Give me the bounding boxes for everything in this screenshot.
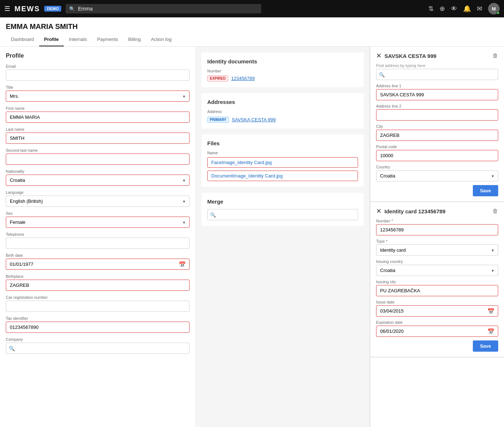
address-value[interactable]: SAVSKA CESTA 999 <box>232 117 276 122</box>
identity-card-save-button[interactable]: Save <box>473 340 498 352</box>
email-group: Email <box>6 64 189 81</box>
city-group: City <box>376 124 498 141</box>
tax-id-field[interactable] <box>6 322 189 333</box>
issue-date-field[interactable] <box>376 305 498 317</box>
tab-internals[interactable]: Internals <box>64 33 92 46</box>
tab-payments[interactable]: Payments <box>92 33 123 46</box>
city-field[interactable] <box>376 130 498 141</box>
expiration-date-calendar-icon[interactable]: 📅 <box>487 328 495 335</box>
address-panel-header: ✕ SAVSKA CESTA 999 🗑 <box>376 52 498 60</box>
tax-id-group: Tax identifier <box>6 316 189 333</box>
birthplace-field[interactable] <box>6 280 189 291</box>
find-address-search-icon: 🔍 <box>379 72 385 78</box>
birthplace-label: Birthplace <box>6 274 189 279</box>
last-name-group: Last name <box>6 127 189 144</box>
title-group: Title Mrs. Mr. Ms. Dr. <box>6 85 189 102</box>
mail-icon[interactable]: ✉ <box>477 5 482 13</box>
demo-badge: DEMO <box>44 6 61 12</box>
tab-billing[interactable]: Billing <box>123 33 146 46</box>
address-line1-field[interactable] <box>376 89 498 100</box>
second-last-name-field[interactable] <box>6 154 189 165</box>
first-name-group: First name <box>6 106 189 123</box>
title-label: Title <box>6 85 189 89</box>
id-type-select-wrapper: Identity card Passport Driving licence <box>376 244 498 256</box>
identity-card-panel-header: ✕ Identity card 123456789 🗑 <box>376 207 498 215</box>
sort-icon[interactable]: ⇅ <box>428 5 434 13</box>
search-input[interactable] <box>78 6 258 12</box>
calendar-icon[interactable]: 📅 <box>179 261 186 268</box>
country-select[interactable]: Croatia <box>376 170 498 181</box>
car-reg-field[interactable] <box>6 301 189 312</box>
birth-date-label: Birth date <box>6 253 189 258</box>
eye-icon[interactable]: 👁 <box>451 5 457 13</box>
birthplace-group: Birthplace <box>6 274 189 291</box>
global-search[interactable]: 🔍 <box>66 4 261 13</box>
expiration-date-field[interactable] <box>376 326 498 337</box>
postal-code-field[interactable] <box>376 150 498 161</box>
country-label: Country <box>376 165 498 169</box>
hamburger-menu[interactable]: ☰ <box>4 5 10 13</box>
tab-profile[interactable]: Profile <box>39 33 64 46</box>
birth-date-field[interactable] <box>6 259 189 270</box>
address-line1-label: Address line 1 <box>376 84 498 88</box>
identity-card-delete-icon[interactable]: 🗑 <box>492 208 498 214</box>
file-item-1[interactable]: FaceImage_Identity Card.jpg <box>207 157 358 168</box>
search-icon: 🔍 <box>69 6 75 12</box>
address-line2-field[interactable] <box>376 109 498 121</box>
find-address-wrap: Find address by typing here 🔍 <box>376 63 498 80</box>
address-panel-title: SAVSKA CESTA 999 <box>384 53 436 59</box>
add-icon[interactable]: ⊕ <box>440 5 445 13</box>
issue-date-wrapper: 📅 <box>376 305 498 317</box>
last-name-field[interactable] <box>6 133 189 144</box>
addresses-title: Addresses <box>207 99 358 105</box>
issuing-country-label: Issuing country <box>376 259 498 264</box>
address-panel-close[interactable]: ✕ <box>376 52 382 60</box>
address-line2-label: Address line 2 <box>376 104 498 108</box>
birth-date-wrapper: 📅 <box>6 259 189 270</box>
identity-card-panel-close[interactable]: ✕ <box>376 207 382 215</box>
bell-icon[interactable]: 🔔 <box>463 5 471 13</box>
address-row: PRIMARY SAVSKA CESTA 999 <box>207 117 358 123</box>
top-navigation: ☰ MEWS DEMO 🔍 ⇅ ⊕ 👁 🔔 ✉ M <box>0 0 504 17</box>
sex-select[interactable]: Female <box>6 217 189 228</box>
issuing-country-select-wrapper: Croatia <box>376 265 498 276</box>
car-reg-label: Car registration number <box>6 295 189 300</box>
company-field[interactable] <box>6 343 189 354</box>
issuing-city-label: Issuing city <box>376 280 498 284</box>
sex-label: Sex <box>6 211 189 215</box>
first-name-field[interactable] <box>6 112 189 123</box>
tab-dashboard[interactable]: Dashboard <box>6 33 39 46</box>
page-header: EMMA MARIA SMITH <box>0 17 504 31</box>
issuing-country-group: Issuing country Croatia <box>376 259 498 276</box>
find-address-input[interactable] <box>376 69 498 80</box>
nationality-select[interactable]: Croatia <box>6 175 189 186</box>
page-title: EMMA MARIA SMITH <box>6 22 498 31</box>
merge-search-input[interactable] <box>207 209 358 220</box>
find-address-label: Find address by typing here <box>376 63 498 68</box>
city-label: City <box>376 124 498 129</box>
car-reg-group: Car registration number <box>6 295 189 312</box>
issuing-country-select[interactable]: Croatia <box>376 265 498 276</box>
avatar[interactable]: M <box>488 3 500 14</box>
id-number-field[interactable] <box>376 224 498 235</box>
telephone-label: Telephone <box>6 232 189 236</box>
title-select[interactable]: Mrs. Mr. Ms. Dr. <box>6 91 189 102</box>
issue-date-calendar-icon[interactable]: 📅 <box>487 307 495 314</box>
telephone-field[interactable] <box>6 238 189 249</box>
address-save-button[interactable]: Save <box>473 185 498 196</box>
expiration-date-wrapper: 📅 <box>376 326 498 337</box>
address-delete-icon[interactable]: 🗑 <box>492 53 498 59</box>
main-layout: Profile Email Title Mrs. Mr. Ms. Dr. Fir… <box>0 47 504 427</box>
birth-date-group: Birth date 📅 <box>6 253 189 270</box>
language-label: Language <box>6 190 189 194</box>
title-select-wrapper: Mrs. Mr. Ms. Dr. <box>6 91 189 102</box>
file-item-2[interactable]: DocumentImage_Identity Card.jpg <box>207 171 358 181</box>
email-field[interactable] <box>6 70 189 81</box>
tab-action-log[interactable]: Action log <box>146 33 176 46</box>
document-row: EXPIRED 123456789 <box>207 75 358 81</box>
issuing-city-field[interactable] <box>376 285 498 296</box>
id-type-select[interactable]: Identity card Passport Driving licence <box>376 244 498 256</box>
document-number[interactable]: 123456789 <box>231 76 255 81</box>
language-select[interactable]: English (British) <box>6 196 189 207</box>
expiration-date-label: Expiration date <box>376 320 498 325</box>
